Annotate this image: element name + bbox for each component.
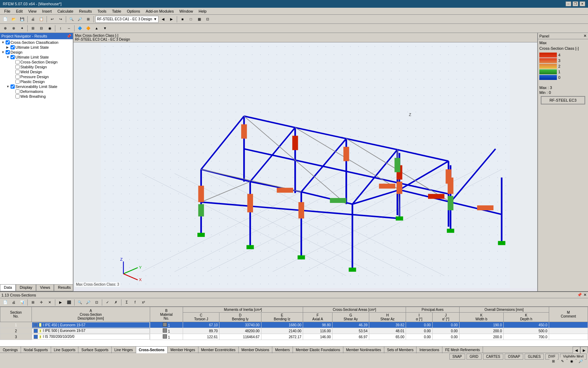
bottom-tab-line-supports[interactable]: Line Supports — [51, 347, 79, 353]
tb2-12[interactable]: ▼ — [101, 25, 109, 32]
tree-item-weld-design[interactable]: Weld Design — [1, 69, 72, 74]
bottom-tab-member-eccentricities[interactable]: Member Eccentricities — [198, 347, 239, 353]
checkbox-plastic-design[interactable] — [15, 80, 20, 84]
tree-item-cross-section-class[interactable]: ▼Cross-Section Classification — [1, 40, 72, 45]
btb-3[interactable]: 📊 — [18, 299, 26, 306]
tree-item-cross-sec-design[interactable]: Cross-Section Design — [1, 60, 72, 64]
btb-15[interactable]: f — [131, 299, 139, 306]
tree-item-ult-limit-state[interactable]: ▼Ultimate Limit State — [1, 55, 72, 60]
expand-icon-cross-section-class[interactable]: ▼ — [1, 41, 5, 44]
checkbox-ult-limit-state[interactable] — [10, 55, 15, 59]
bottom-close-icon[interactable]: ✕ — [583, 293, 587, 297]
bottom-tab-intersections[interactable]: Intersections — [416, 347, 442, 353]
status-grid[interactable]: GRID — [467, 354, 482, 360]
btb-11[interactable]: ⊡ — [93, 299, 100, 306]
tb-fit[interactable]: ⊞ — [84, 16, 92, 23]
btb-6[interactable]: ✕ — [46, 299, 54, 306]
status-cartes[interactable]: CARTES — [483, 354, 503, 360]
menu-window[interactable]: Window — [176, 8, 196, 14]
tb2-11[interactable]: ▲ — [93, 25, 100, 32]
checkbox-deformations[interactable] — [15, 89, 20, 94]
tb-render1[interactable]: ■ — [178, 16, 186, 23]
tb-render3[interactable]: ▦ — [195, 16, 203, 23]
bottom-tab-fe-mesh-refinements[interactable]: FE Mesh Refinements — [442, 347, 483, 353]
tabs-nav-left[interactable]: ◀ — [573, 347, 580, 353]
bottom-tab-surface-supports[interactable]: Surface Supports — [78, 347, 111, 353]
rfsteel-button[interactable]: RF-STEEL EC3 — [541, 96, 585, 104]
bottom-tab-nodal-supports[interactable]: Nodal Supports — [21, 347, 51, 353]
checkbox-serviceability[interactable] — [10, 84, 15, 89]
tb2-5[interactable]: ⊟ — [37, 25, 45, 32]
expand-icon-ult-limit[interactable]: ▶ — [6, 46, 10, 49]
expand-icon-serviceability[interactable]: ▼ — [6, 85, 10, 88]
tb2-4[interactable]: ⊞ — [29, 25, 37, 32]
close-button[interactable]: ✕ — [580, 1, 585, 6]
tree-item-deformations[interactable]: Deformations — [1, 89, 72, 94]
nav-tab-data[interactable]: Data — [0, 284, 16, 291]
bottom-tab-member-elastic-foundations[interactable]: Member Elastic Foundations — [293, 347, 343, 353]
menu-table[interactable]: Table — [109, 8, 124, 14]
menu-view[interactable]: View — [26, 8, 40, 14]
tabs-nav-right[interactable]: ▶ — [580, 347, 588, 353]
bottom-tab-openings[interactable]: Openings — [0, 347, 21, 353]
tree-item-design[interactable]: ▼Design — [1, 50, 72, 55]
btb-16[interactable]: x² — [140, 299, 147, 306]
tb-render2[interactable]: □ — [187, 16, 195, 23]
design-dropdown[interactable]: RF-STEEL EC3 CA1 - EC 3 Design ▼ — [95, 16, 159, 23]
checkbox-weld-design[interactable] — [15, 70, 20, 74]
bottom-tab-sets-of-members[interactable]: Sets of Members — [384, 347, 417, 353]
tb-undo[interactable]: ↩ — [48, 16, 56, 23]
status-snap[interactable]: SNAP — [449, 354, 465, 360]
tb2-9[interactable]: 🔷 — [76, 25, 84, 32]
btb-10[interactable]: 🔎 — [84, 299, 92, 306]
minimize-button[interactable]: ─ — [566, 1, 571, 6]
menu-options[interactable]: Options — [124, 8, 143, 14]
expand-icon-ult-limit-state[interactable]: ▼ — [6, 55, 10, 59]
menu-help[interactable]: Help — [196, 8, 210, 14]
btb-13[interactable]: ✗ — [112, 299, 120, 306]
checkbox-cross-section-class[interactable] — [6, 40, 10, 45]
tree-item-stability-design[interactable]: Stability Design — [1, 64, 72, 69]
expand-icon-design[interactable]: ▼ — [1, 50, 5, 54]
tb-render4[interactable]: ⊡ — [204, 16, 211, 23]
bottom-tab-member-hinges[interactable]: Member Hinges — [168, 347, 198, 353]
tb-save[interactable]: 💾 — [18, 16, 26, 23]
nav-tab-display[interactable]: Display — [16, 284, 36, 291]
panel-icon-3[interactable]: ◉ — [568, 357, 575, 364]
btb-7[interactable]: ▶ — [57, 299, 64, 306]
btb-12[interactable]: ✓ — [104, 299, 111, 306]
nav-pin-icon[interactable]: 📌 — [66, 34, 71, 39]
table-row[interactable]: 3 I I IS 700/200/10/20/0 1 122.61 116464… — [0, 334, 588, 340]
bottom-tab-cross-sections[interactable]: Cross-Sections — [136, 347, 168, 353]
tree-item-plastic-design[interactable]: Plastic Design — [1, 79, 72, 84]
tb-zoom-in[interactable]: 🔍 — [68, 16, 75, 23]
checkbox-stability-design[interactable] — [15, 65, 20, 69]
tb-print[interactable]: 🖨 — [29, 16, 37, 23]
checkbox-cross-sec-design[interactable] — [15, 60, 20, 64]
btb-8[interactable]: ⬛ — [65, 299, 73, 306]
bottom-tab-member-nonlinearities[interactable]: Member Nonlinearities — [343, 347, 384, 353]
panel-icon-1[interactable]: ⊞ — [550, 357, 557, 364]
tb2-6[interactable]: ◉ — [46, 25, 54, 32]
menu-tools[interactable]: Tools — [94, 8, 109, 14]
menu-addon[interactable]: Add-on Modules — [143, 8, 176, 14]
bottom-pin-icon[interactable]: 📌 — [577, 293, 582, 297]
tb-prev[interactable]: ◀ — [159, 16, 167, 23]
status-osnap[interactable]: OSNAP — [505, 354, 523, 360]
tb2-8[interactable]: ↔ — [65, 25, 73, 32]
tb-print2[interactable]: 📋 — [37, 16, 45, 23]
tree-item-ult-limit[interactable]: ▶Ultimate Limit State — [1, 45, 72, 50]
tb2-7[interactable]: ↕ — [57, 25, 64, 32]
tb-zoom-out[interactable]: 🔎 — [76, 16, 84, 23]
menu-calculate[interactable]: Calculate — [55, 8, 76, 14]
status-glines[interactable]: GLINES — [525, 354, 544, 360]
bottom-tab-members[interactable]: Members — [272, 347, 293, 353]
tb-redo[interactable]: ↪ — [57, 16, 64, 23]
tb2-3[interactable]: ✦ — [18, 25, 26, 32]
tree-item-web-breathing[interactable]: Web Breathing — [1, 94, 72, 99]
bottom-tab-line-hinges[interactable]: Line Hinges — [112, 347, 136, 353]
bottom-tab-member-divisions[interactable]: Member Divisions — [239, 347, 272, 353]
tb2-10[interactable]: 🔶 — [84, 25, 92, 32]
panel-icon-2[interactable]: ✎ — [559, 357, 566, 364]
btb-2[interactable]: 🖨 — [10, 299, 18, 306]
